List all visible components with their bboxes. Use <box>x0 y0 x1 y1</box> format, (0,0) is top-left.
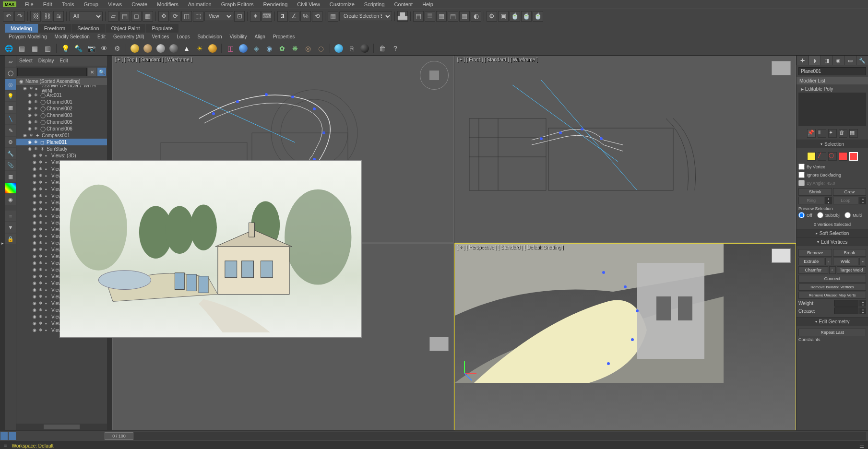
stack-item[interactable]: ▸ Editable Poly <box>798 85 866 93</box>
ribbon-tab-object-paint[interactable]: Object Paint <box>106 24 146 33</box>
rendered-frame-button[interactable]: ▣ <box>498 11 509 22</box>
tree-row[interactable]: ◉❄◯Channel006 <box>16 125 107 132</box>
percent-snap-button[interactable]: % <box>300 11 311 22</box>
panel3-icon[interactable]: ▥ <box>42 43 53 54</box>
rail-gear-icon[interactable]: ⚙ <box>5 137 16 147</box>
time-slider[interactable]: 0 / 100 <box>105 432 866 440</box>
extrude-button[interactable]: Extrude <box>798 258 824 265</box>
selection-set-dropdown[interactable]: Create Selection Se <box>339 12 392 21</box>
sun-icon[interactable]: ☀ <box>194 43 205 54</box>
remove-button[interactable]: Remove <box>798 249 832 257</box>
visibility-icon[interactable]: ◉ <box>33 234 37 238</box>
ribbon-tab-populate[interactable]: Populate <box>146 24 178 33</box>
object-name-input[interactable] <box>798 67 866 75</box>
mesh-icon[interactable]: ◈ <box>250 43 262 54</box>
scene-tab-edit[interactable]: Edit <box>60 58 68 63</box>
layers-button[interactable]: ☰ <box>425 11 435 22</box>
soft-selection-rollout-header[interactable]: Soft Selection <box>797 229 868 237</box>
modifier-stack[interactable]: ▸ Editable Poly <box>798 85 866 126</box>
visibility-icon[interactable]: ◉ <box>28 106 33 111</box>
manipulate-button[interactable]: ✦ <box>250 11 261 22</box>
sphere-dark-icon[interactable] <box>168 43 179 54</box>
visibility-icon[interactable]: ◉ <box>33 187 37 191</box>
angle-snap-button[interactable]: ∠ <box>289 11 299 22</box>
menu-edit[interactable]: Edit <box>38 0 57 8</box>
time-slider-thumb[interactable]: 0 / 100 <box>105 432 133 440</box>
eye-icon[interactable]: 👁 <box>98 43 110 54</box>
helper4-icon[interactable]: ◎ <box>302 43 314 54</box>
menu-modifiers[interactable]: Modifiers <box>152 0 183 8</box>
placement-button[interactable]: ⬚ <box>193 11 203 22</box>
rail-select-icon[interactable]: ▱ <box>5 56 16 67</box>
preview-off-radio[interactable] <box>798 212 805 218</box>
rail-bulb-icon[interactable]: 💡 <box>5 91 16 101</box>
freeze-icon[interactable]: ❄ <box>34 126 39 131</box>
remove-unused-button[interactable]: Remove Unused Map Verts <box>798 292 866 299</box>
curve-editor-button[interactable]: ▤ <box>448 11 458 22</box>
modify-tab-icon[interactable]: ◗ <box>809 56 820 65</box>
rail-color-icon[interactable] <box>5 183 16 193</box>
remove-isolated-button[interactable]: Remove Isolated Vertices <box>798 284 866 291</box>
edit-selset-button[interactable]: ▦ <box>328 11 338 22</box>
freeze-icon[interactable]: ❄ <box>39 180 44 185</box>
freeze-icon[interactable]: ❄ <box>39 207 44 212</box>
ribbon-sub-align[interactable]: Align <box>250 33 269 40</box>
weld-button[interactable]: Weld <box>833 258 859 265</box>
ribbon-sub-visibility[interactable]: Visibility <box>226 33 251 40</box>
ribbon-sub-properties[interactable]: Properties <box>269 33 299 40</box>
visibility-icon[interactable]: ◉ <box>33 227 37 232</box>
freeze-icon[interactable]: ❄ <box>39 200 44 205</box>
ribbon-sub-vertices[interactable]: Vertices <box>148 33 173 40</box>
bulb-icon[interactable]: 💡 <box>59 43 71 54</box>
connect-button[interactable]: Connect <box>798 275 866 283</box>
rail-sphere-icon[interactable]: ◉ <box>5 194 16 205</box>
visibility-icon[interactable]: ◉ <box>33 301 37 306</box>
ring-spinner[interactable]: ▴▾ <box>825 197 832 204</box>
ribbon-sub-subdivision[interactable]: Subdivision <box>193 33 226 40</box>
timeline-config-icon[interactable] <box>0 432 8 440</box>
left-rail-toggle[interactable]: ▸ <box>0 56 5 430</box>
freeze-icon[interactable]: ❄ <box>34 93 39 97</box>
freeze-icon[interactable]: ❄ <box>34 146 39 151</box>
visibility-icon[interactable]: ◉ <box>33 267 37 272</box>
scene-search-go-icon[interactable]: 🔍 <box>97 68 106 76</box>
ribbon-tab-freeform[interactable]: Freeform <box>38 24 71 33</box>
visibility-icon[interactable]: ◉ <box>33 260 37 265</box>
visibility-icon[interactable]: ◉ <box>33 153 37 158</box>
tree-row[interactable]: ◉❄☀SunStudy <box>16 145 107 152</box>
tree-row[interactable]: ◉❄◯Channel001 <box>16 98 107 105</box>
freeze-icon[interactable]: ❄ <box>39 328 44 332</box>
shrink-button[interactable]: Shrink <box>798 188 832 196</box>
scene-column-header[interactable]: ◉Name (Sorted Ascending) <box>16 78 107 85</box>
bind-button[interactable]: ≋ <box>53 11 64 22</box>
ribbon-sub-geometry-all-[interactable]: Geometry (All) <box>109 33 148 40</box>
visibility-icon[interactable]: ◉ <box>33 207 37 212</box>
material-editor-button[interactable]: ◐ <box>471 11 481 22</box>
panel1-icon[interactable]: ▤ <box>16 43 27 54</box>
freeze-icon[interactable]: ❄ <box>39 160 44 165</box>
visibility-icon[interactable]: ◉ <box>28 119 33 124</box>
freeze-icon[interactable]: ❄ <box>39 220 44 225</box>
freeze-icon[interactable]: ❄ <box>39 193 44 198</box>
menu-group[interactable]: Group <box>79 0 103 8</box>
preview-multi-radio[interactable] <box>844 212 851 218</box>
modifier-list-label[interactable]: Modifier List <box>797 77 868 84</box>
visibility-icon[interactable]: ◉ <box>23 133 28 138</box>
viewcube-persp-icon[interactable] <box>772 248 791 263</box>
freeze-icon[interactable]: ❄ <box>34 119 39 124</box>
pivot-button[interactable]: ⊡ <box>234 11 245 22</box>
tree-row[interactable]: ◉❄◻Plane001 <box>16 139 107 145</box>
helper5-icon[interactable]: ◌ <box>315 43 327 54</box>
dark-sphere-icon[interactable] <box>359 43 370 54</box>
vertex-subobj-icon[interactable]: ⋮ <box>807 152 816 161</box>
schematic-button[interactable]: ▦ <box>459 11 470 22</box>
weight-spinner[interactable]: ▴▾ <box>859 300 866 307</box>
weight-input[interactable] <box>834 300 858 307</box>
sphere-cyan-icon[interactable] <box>333 43 345 54</box>
target-weld-button[interactable]: Target Weld <box>837 266 867 274</box>
menu-create[interactable]: Create <box>127 0 152 8</box>
rail-clip-icon[interactable]: 📎 <box>5 160 16 170</box>
ribbon-sub-edit[interactable]: Edit <box>94 33 109 40</box>
chamfer-settings-icon[interactable]: ▫ <box>829 266 836 274</box>
ribbon-sub-loops[interactable]: Loops <box>173 33 193 40</box>
